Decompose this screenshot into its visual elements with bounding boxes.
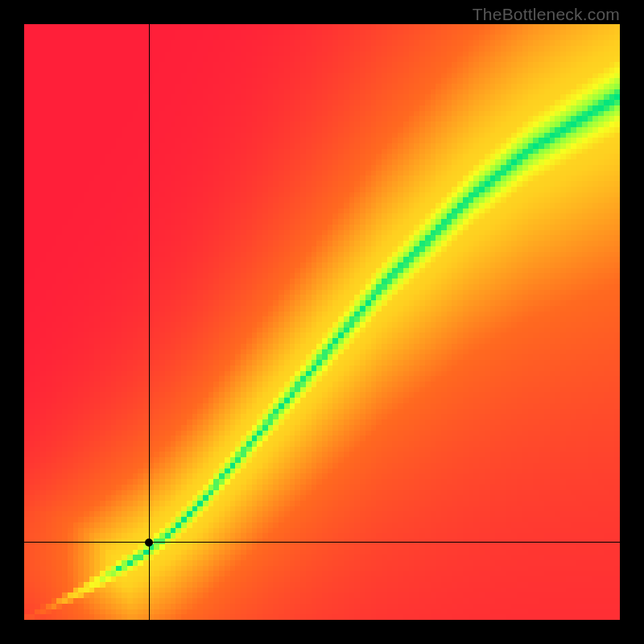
chart-frame: TheBottleneck.com — [0, 0, 644, 644]
crosshair-marker — [145, 539, 153, 547]
watermark-text: TheBottleneck.com — [473, 5, 620, 24]
heatmap-canvas — [24, 24, 620, 620]
crosshair-vertical — [149, 24, 150, 620]
heatmap-plot — [24, 24, 620, 620]
crosshair-horizontal — [24, 542, 620, 543]
